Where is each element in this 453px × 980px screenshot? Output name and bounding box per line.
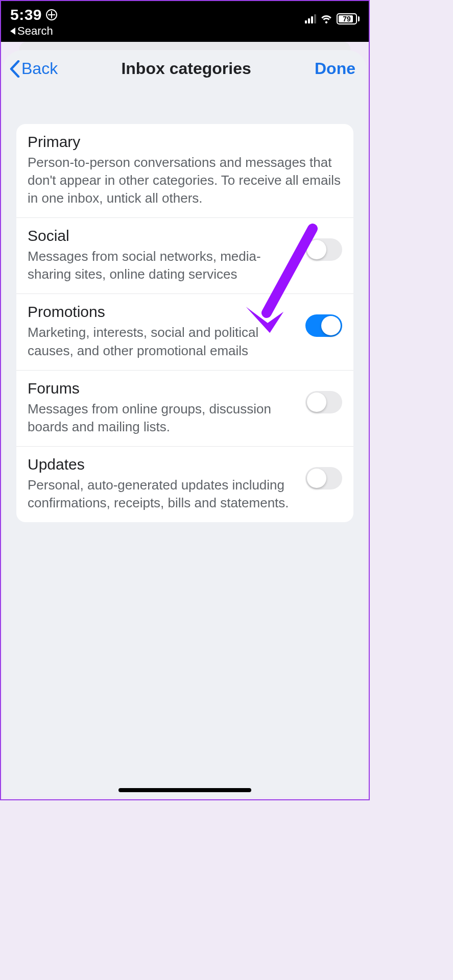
category-title: Social bbox=[28, 227, 297, 244]
globe-icon bbox=[46, 9, 57, 20]
category-desc: Messages from social networks, media-sha… bbox=[28, 248, 297, 283]
chevron-left-icon bbox=[9, 60, 20, 78]
category-row-updates: Updates Personal, auto-generated updates… bbox=[16, 447, 353, 522]
toggle-promotions[interactable] bbox=[305, 314, 342, 337]
category-title: Forums bbox=[28, 380, 297, 397]
back-app-label: Search bbox=[17, 24, 53, 38]
page-title: Inbox categories bbox=[121, 59, 251, 78]
navbar: Back Inbox categories Done bbox=[3, 50, 367, 88]
back-label: Back bbox=[21, 59, 58, 78]
category-row-primary: Primary Person-to-person conversations a… bbox=[16, 124, 353, 218]
back-to-app[interactable]: Search bbox=[10, 24, 57, 38]
done-button[interactable]: Done bbox=[315, 59, 355, 78]
category-row-social: Social Messages from social networks, me… bbox=[16, 218, 353, 294]
status-time: 5:39 bbox=[10, 6, 42, 23]
status-bar: 5:39 Search 79 bbox=[1, 1, 369, 42]
battery-percent: 79 bbox=[343, 15, 351, 23]
home-indicator[interactable] bbox=[118, 788, 251, 792]
cellular-icon bbox=[305, 14, 316, 23]
category-title: Primary bbox=[28, 133, 342, 151]
category-desc: Messages from online groups, discussion … bbox=[28, 400, 297, 436]
category-desc: Personal, auto-generated updates includi… bbox=[28, 476, 297, 512]
category-title: Updates bbox=[28, 456, 297, 473]
categories-card: Primary Person-to-person conversations a… bbox=[16, 124, 353, 522]
toggle-updates[interactable] bbox=[305, 467, 342, 489]
battery-icon: 79 bbox=[337, 13, 360, 24]
toggle-social[interactable] bbox=[305, 238, 342, 261]
back-caret-icon bbox=[10, 28, 15, 35]
category-title: Promotions bbox=[28, 303, 297, 321]
back-button[interactable]: Back bbox=[9, 59, 58, 78]
category-row-promotions: Promotions Marketing, interests, social … bbox=[16, 294, 353, 370]
toggle-forums[interactable] bbox=[305, 391, 342, 413]
category-desc: Marketing, interests, social and politic… bbox=[28, 324, 297, 359]
wifi-icon bbox=[320, 14, 332, 23]
category-row-forums: Forums Messages from online groups, disc… bbox=[16, 371, 353, 447]
category-desc: Person-to-person conversations and messa… bbox=[28, 154, 342, 207]
settings-sheet: Back Inbox categories Done Primary Perso… bbox=[3, 50, 367, 797]
